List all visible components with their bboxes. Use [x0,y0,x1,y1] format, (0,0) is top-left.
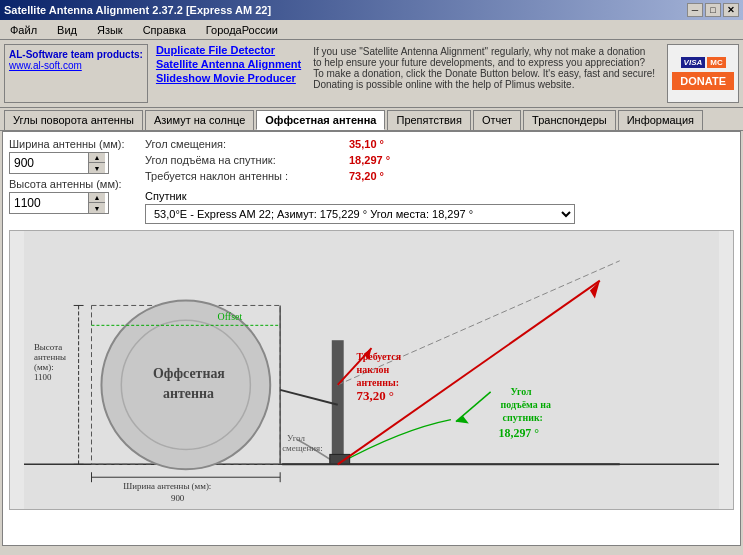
tab-angles[interactable]: Углы поворота антенны [4,110,143,130]
diagram-svg: Высота антенны (мм): 1100 Оффсетная анте… [10,231,733,509]
tilt-label: Требуется наклон антенны : [145,170,345,182]
width-spinner[interactable]: ▲ ▼ [9,152,109,174]
link-satellite[interactable]: Satellite Antenna Alignment [156,58,301,70]
svg-text:Высота: Высота [34,342,62,352]
menu-help[interactable]: Справка [137,22,192,38]
menu-bar: Файл Вид Язык Справка ГородаРоссии [0,20,743,40]
offset-angle-label: Угол смещения: [145,138,345,150]
width-label: Ширина антенны (мм): [9,138,129,150]
elevation-value: 18,297 ° [349,154,390,166]
maximize-button[interactable]: □ [705,3,721,17]
tilt-value: 73,20 ° [349,170,384,182]
menu-language[interactable]: Язык [91,22,129,38]
al-url[interactable]: www.al-soft.com [9,60,82,71]
elevation-row: Угол подъёма на спутник: 18,297 ° [145,154,734,166]
width-spin-up[interactable]: ▲ [89,153,105,163]
svg-text:наклон: наклон [357,364,390,375]
svg-text:900: 900 [171,493,185,503]
height-spin-up[interactable]: ▲ [89,193,105,203]
svg-text:(мм):: (мм): [34,362,54,372]
svg-text:18,297 °: 18,297 ° [499,426,540,440]
donate-box: VISA MC DONATE [667,44,739,103]
svg-text:спутник:: спутник: [503,412,543,423]
minimize-button[interactable]: ─ [687,3,703,17]
tab-info[interactable]: Информация [618,110,703,130]
height-field-group: Высота антенны (мм): ▲ ▼ [9,178,129,214]
menu-cities[interactable]: ГородаРоссии [200,22,284,38]
tab-sun-azimuth[interactable]: Азимут на солнце [145,110,254,130]
menu-file[interactable]: Файл [4,22,43,38]
donate-button[interactable]: DONATE [672,72,734,90]
offset-angle-value: 35,10 ° [349,138,384,150]
title-bar: Satellite Antenna Alignment 2.37.2 [Expr… [0,0,743,20]
elevation-label: Угол подъёма на спутник: [145,154,345,166]
values-column: Угол смещения: 35,10 ° Угол подъёма на с… [145,138,734,224]
al-label: AL-Software team products: [9,49,143,60]
svg-text:смещения:: смещения: [282,443,323,453]
donation-text: If you use "Satellite Antenna Alignment"… [309,44,659,103]
width-field-group: Ширина антенны (мм): ▲ ▼ [9,138,129,174]
menu-view[interactable]: Вид [51,22,83,38]
svg-text:73,20 °: 73,20 ° [357,389,394,403]
width-spin-down[interactable]: ▼ [89,163,105,173]
inputs-column: Ширина антенны (мм): ▲ ▼ Высота антенны … [9,138,129,224]
tab-transponders[interactable]: Транспондеры [523,110,616,130]
width-spin-buttons: ▲ ▼ [88,153,105,173]
svg-text:Ширина антенны (мм):: Ширина антенны (мм): [123,481,211,491]
tilt-row: Требуется наклон антенны : 73,20 ° [145,170,734,182]
height-spin-buttons: ▲ ▼ [88,193,105,213]
svg-text:антенна: антенна [163,386,214,401]
svg-rect-22 [332,340,344,464]
svg-text:Offset: Offset [218,311,243,322]
al-software-box: AL-Software team products: www.al-soft.c… [4,44,148,103]
svg-text:подъёма на: подъёма на [501,399,551,410]
satellite-heading: Спутник [145,190,734,202]
height-input[interactable] [10,193,88,213]
height-label: Высота антенны (мм): [9,178,129,190]
height-spin-down[interactable]: ▼ [89,203,105,213]
svg-text:Угол: Угол [287,433,305,443]
offset-angle-row: Угол смещения: 35,10 ° [145,138,734,150]
height-spinner[interactable]: ▲ ▼ [9,192,109,214]
satellite-section: Спутник 53,0°E - Express AM 22; Азимут: … [145,190,734,224]
link-duplicate[interactable]: Duplicate File Detector [156,44,301,56]
svg-text:Оффсетная: Оффсетная [153,366,225,381]
tab-obstacles[interactable]: Препятствия [387,110,470,130]
visa-logo: VISA [681,57,706,68]
mastercard-logo: MC [707,57,725,68]
satellite-select[interactable]: 53,0°E - Express AM 22; Азимут: 175,229 … [145,204,575,224]
top-section: Ширина антенны (мм): ▲ ▼ Высота антенны … [9,138,734,224]
header-area: AL-Software team products: www.al-soft.c… [0,40,743,108]
svg-text:Угол: Угол [511,386,533,397]
window-controls: ─ □ ✕ [687,3,739,17]
main-content: Ширина антенны (мм): ▲ ▼ Высота антенны … [2,131,741,546]
title-text: Satellite Antenna Alignment 2.37.2 [Expr… [4,4,271,16]
close-button[interactable]: ✕ [723,3,739,17]
svg-text:антенны:: антенны: [357,377,399,388]
link-slideshow[interactable]: Slideshow Movie Producer [156,72,301,84]
width-input[interactable] [10,153,88,173]
products-links: Duplicate File Detector Satellite Antenn… [156,44,301,103]
svg-text:1100: 1100 [34,372,52,382]
diagram-area: Высота антенны (мм): 1100 Оффсетная анте… [9,230,734,510]
svg-text:антенны: антенны [34,352,66,362]
card-logos: VISA MC [681,57,726,68]
tab-report[interactable]: Отчет [473,110,521,130]
tab-offset-antenna[interactable]: Оффсетная антенна [256,110,385,130]
tabs-bar: Углы поворота антенны Азимут на солнце О… [0,108,743,131]
